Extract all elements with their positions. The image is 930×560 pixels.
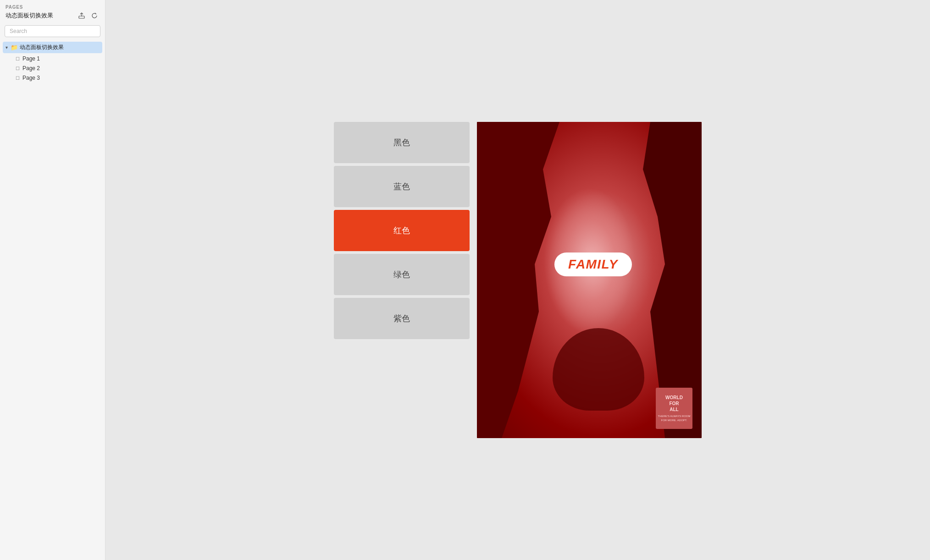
logo-subtext: THERE'S ALWAYS ROOM FOR MORE. ADOPT. <box>658 414 691 422</box>
color-btn-black[interactable]: 黑色 <box>334 122 470 163</box>
page-name-2: Page 2 <box>22 65 40 71</box>
color-buttons-panel: 黑色 蓝色 红色 绿色 紫色 <box>334 122 470 339</box>
tree-page-3[interactable]: ☐ Page 3 <box>3 73 102 82</box>
chevron-down-icon: ▾ <box>6 45 8 50</box>
page-icon-1: ☐ <box>16 56 20 61</box>
page-tree: ▾ 📁 动态面板切换效果 ☐ Page 1 ☐ Page 2 ☐ Page 3 <box>0 42 105 83</box>
tree-folder-item[interactable]: ▾ 📁 动态面板切换效果 <box>3 42 102 53</box>
folder-name: 动态面板切换效果 <box>20 44 64 51</box>
logo-icon: WORLD FOR ALL <box>665 395 683 412</box>
refresh-button[interactable] <box>89 11 100 20</box>
tree-page-2[interactable]: ☐ Page 2 <box>3 64 102 73</box>
pages-label: PAGES <box>6 5 100 10</box>
folder-icon: 📁 <box>11 44 18 51</box>
refresh-icon <box>91 12 98 19</box>
page-name-1: Page 1 <box>22 55 40 62</box>
export-button[interactable] <box>77 11 87 20</box>
tree-page-1[interactable]: ☐ Page 1 <box>3 54 102 63</box>
sidebar-header: PAGES 动态面板切换效果 <box>0 0 105 25</box>
image-panel: FAMILY WORLD FOR ALL THERE'S ALWAYS ROOM… <box>477 122 702 438</box>
sidebar-title-row: 动态面板切换效果 <box>6 11 100 20</box>
sidebar: PAGES 动态面板切换效果 <box>0 0 105 560</box>
canvas-area: 黑色 蓝色 红色 绿色 紫色 FAMILY <box>334 122 702 438</box>
sidebar-title: 动态面板切换效果 <box>6 11 53 20</box>
family-badge: FAMILY <box>554 253 632 276</box>
page-icon-2: ☐ <box>16 66 20 71</box>
search-input[interactable] <box>5 25 100 37</box>
export-icon <box>78 12 85 19</box>
main-canvas: 黑色 蓝色 红色 绿色 紫色 FAMILY <box>105 0 930 560</box>
page-name-3: Page 3 <box>22 75 40 81</box>
family-text: FAMILY <box>568 257 618 271</box>
search-box <box>5 25 100 37</box>
color-btn-green[interactable]: 绿色 <box>334 254 470 295</box>
page-icon-3: ☐ <box>16 76 20 81</box>
color-btn-purple[interactable]: 紫色 <box>334 298 470 339</box>
sidebar-actions <box>77 11 100 20</box>
color-btn-blue[interactable]: 蓝色 <box>334 166 470 207</box>
color-btn-red[interactable]: 红色 <box>334 210 470 251</box>
logo-badge: WORLD FOR ALL THERE'S ALWAYS ROOM FOR MO… <box>656 388 692 429</box>
